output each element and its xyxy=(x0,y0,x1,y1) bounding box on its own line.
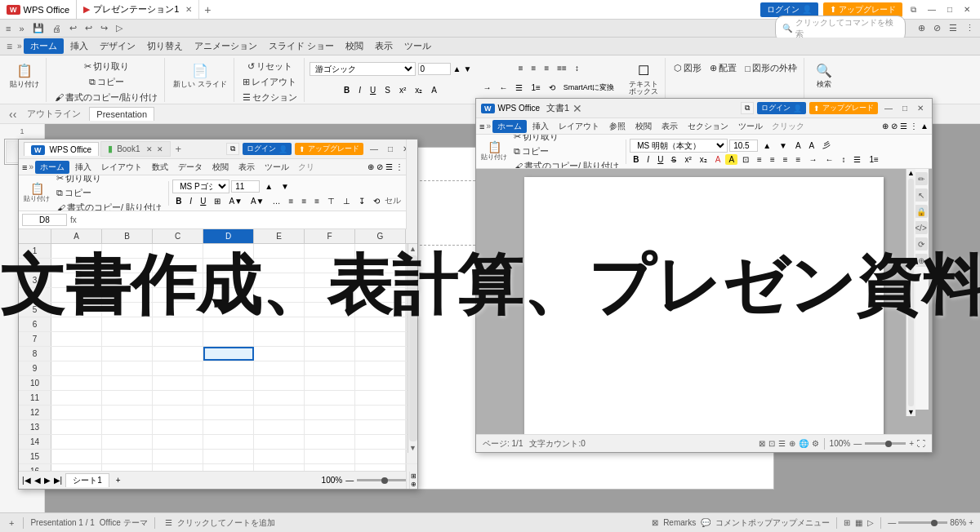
pres-sub-btn[interactable]: x₂ xyxy=(412,85,425,95)
cell-G8[interactable] xyxy=(355,347,406,361)
word-cut-btn[interactable]: ✂ 切り取り xyxy=(510,135,622,144)
spread-underline-btn[interactable]: U xyxy=(197,196,209,206)
cell-G13[interactable] xyxy=(355,420,406,434)
word-indent[interactable]: → xyxy=(805,154,820,165)
cell-G9[interactable] xyxy=(355,361,406,375)
pres-hamburger[interactable]: ≡ xyxy=(3,41,16,52)
spread-copy-btn[interactable]: ⧉ コピー xyxy=(53,186,165,200)
word-paste-btn[interactable]: 📋 貼り付け xyxy=(479,140,509,163)
pres-menu-btn[interactable]: ≡ xyxy=(3,24,13,33)
pres-comment-icon[interactable]: 💬 xyxy=(701,518,710,527)
word-font-a1[interactable]: A xyxy=(792,140,804,151)
cell-F7[interactable] xyxy=(305,332,355,346)
cell-E16[interactable] xyxy=(254,464,305,471)
word-underline-btn[interactable]: U xyxy=(654,154,666,165)
spread-tab-add[interactable]: + xyxy=(172,143,185,155)
pres-upgrade-btn[interactable]: ⬆ アップグレード xyxy=(823,2,902,17)
pres-notes-text[interactable]: クリックしてノートを追加 xyxy=(177,517,275,529)
spread-col-e[interactable]: E xyxy=(254,229,305,243)
cell-F13[interactable] xyxy=(305,420,355,434)
pres-add-slide-btn[interactable]: + xyxy=(7,518,16,528)
pres-reset-btn[interactable]: ↺ リセット xyxy=(244,60,296,73)
spread-zoom-track[interactable] xyxy=(357,479,406,481)
spread-menu-formula[interactable]: 数式 xyxy=(148,161,172,174)
cell-E10[interactable] xyxy=(254,376,305,390)
pres-qa-btn1[interactable]: ⊕ xyxy=(915,23,928,33)
cell-D10[interactable] xyxy=(203,376,254,390)
row-header-7[interactable]: 7 xyxy=(19,332,51,346)
cell-B12[interactable] xyxy=(102,406,153,419)
word-upgrade-btn[interactable]: ⬆ アップグレード xyxy=(809,102,878,114)
word-maximize-btn[interactable]: □ xyxy=(899,104,911,113)
word-numlist2[interactable]: 1≡ xyxy=(866,154,881,165)
pres-fontsize-up[interactable]: ▲ xyxy=(453,64,461,73)
pres-bold-btn[interactable]: B xyxy=(341,85,353,95)
spread-fontsize-up[interactable]: ▲ xyxy=(261,181,276,192)
word-italic-btn[interactable]: I xyxy=(644,154,653,165)
cell-B6[interactable] xyxy=(102,317,153,331)
word-strikethrough-btn[interactable]: S̶ xyxy=(668,154,679,165)
cell-A10[interactable] xyxy=(51,376,102,390)
row-header-16[interactable]: 16 xyxy=(19,464,51,471)
word-outdent[interactable]: ← xyxy=(822,154,836,165)
pres-textbox-btn[interactable]: ☐ テキストボックス xyxy=(626,60,662,99)
word-scroll-up[interactable]: ▲ xyxy=(906,169,915,177)
cell-A3[interactable] xyxy=(51,273,102,287)
pres-view-left[interactable]: ‹‹ xyxy=(7,108,19,121)
cell-D6[interactable] xyxy=(203,317,254,331)
cell-E5[interactable] xyxy=(254,303,305,317)
cell-D9[interactable] xyxy=(203,361,254,375)
spread-fillcolor-btn[interactable]: A▼ xyxy=(225,196,246,206)
cell-A7[interactable] xyxy=(51,332,102,346)
spread-nav-prev[interactable]: ◀ xyxy=(34,476,41,485)
pres-qa-print[interactable]: 🖨 xyxy=(50,24,64,33)
cell-D7[interactable] xyxy=(203,332,254,346)
cell-F9[interactable] xyxy=(305,361,355,375)
spread-nav-first[interactable]: |◀ xyxy=(22,476,31,485)
pres-copy-btn[interactable]: ⧉ コピー xyxy=(86,75,127,89)
cell-F2[interactable] xyxy=(305,259,355,273)
pres-smartart-btn[interactable]: SmartArtに変換 xyxy=(560,82,618,94)
spread-fontsize-down[interactable]: ▼ xyxy=(278,181,292,192)
cell-E13[interactable] xyxy=(254,420,305,434)
cell-D3[interactable] xyxy=(203,273,254,287)
cell-C12[interactable] xyxy=(153,406,203,419)
word-align-l[interactable]: ≡ xyxy=(754,154,765,165)
cell-B11[interactable] xyxy=(102,391,153,405)
pres-view-slide-icon[interactable]: ▦ xyxy=(855,518,862,527)
pres-find-btn[interactable]: 🔍 検索 xyxy=(809,60,839,91)
word-menu-home[interactable]: ホーム xyxy=(492,120,527,133)
spread-col-f[interactable]: F xyxy=(305,229,355,243)
spread-col-a[interactable]: A xyxy=(51,229,102,243)
word-close-btn[interactable]: ✕ xyxy=(914,104,927,113)
cell-D16[interactable] xyxy=(203,464,254,471)
spread-menu-search[interactable]: クリ xyxy=(298,162,314,173)
pres-layout-btn[interactable]: ⊞ レイアウト xyxy=(239,75,300,89)
spread-cell-ref[interactable]: D8 xyxy=(22,214,67,226)
pres-restore-btn[interactable]: ⧉ xyxy=(907,4,920,16)
cell-G15[interactable] xyxy=(355,450,406,463)
pres-maximize-btn[interactable]: □ xyxy=(944,4,956,15)
word-page[interactable] xyxy=(524,177,884,434)
spread-maximize-btn[interactable]: □ xyxy=(385,144,396,153)
word-align-c[interactable]: ≡ xyxy=(767,154,778,165)
word-menu-btn4[interactable]: ⋮ xyxy=(910,122,918,131)
word-minimize-btn[interactable]: — xyxy=(881,104,896,113)
word-right-btn4[interactable]: </> xyxy=(915,221,928,234)
word-fontsize-up[interactable]: ▲ xyxy=(760,140,774,151)
pres-fontsize-down[interactable]: ▼ xyxy=(463,64,471,73)
spread-col-b[interactable]: B xyxy=(102,229,153,243)
word-right-btn5[interactable]: ⟳ xyxy=(915,237,928,250)
word-menu-btn5[interactable]: ▲ xyxy=(920,122,929,131)
word-status-btn1[interactable]: ⊠ xyxy=(759,439,765,448)
spread-nav-next[interactable]: ▶ xyxy=(44,476,51,485)
word-hamburger[interactable]: ≡ xyxy=(479,122,484,131)
pres-qa-btn4[interactable]: ⋮ xyxy=(963,23,977,33)
pres-italic-btn[interactable]: I xyxy=(355,85,364,95)
cell-A16[interactable] xyxy=(51,464,102,471)
pres-outdent-btn[interactable]: ← xyxy=(496,82,510,93)
spread-col-d[interactable]: D xyxy=(203,229,254,243)
cell-E2[interactable] xyxy=(254,259,305,273)
pres-qa-btn3[interactable]: ☰ xyxy=(947,23,960,33)
spread-bold-btn[interactable]: B xyxy=(172,196,185,206)
